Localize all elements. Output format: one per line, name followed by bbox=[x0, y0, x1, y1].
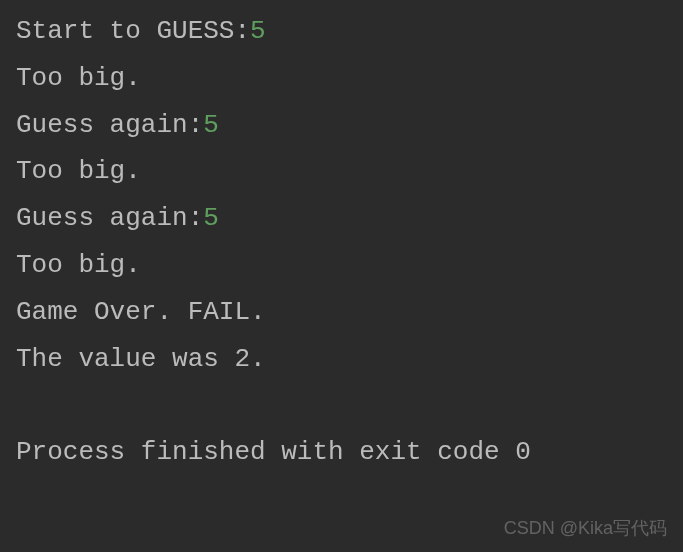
terminal-line: Too big. bbox=[16, 148, 667, 195]
watermark: CSDN @Kika写代码 bbox=[504, 512, 667, 544]
blank-line bbox=[16, 382, 667, 429]
prompt-text: Start to GUESS: bbox=[16, 16, 250, 46]
exit-line: Process finished with exit code 0 bbox=[16, 429, 667, 476]
output-text: Too big. bbox=[16, 63, 141, 93]
terminal-line: Start to GUESS:5 bbox=[16, 8, 667, 55]
output-text: Too big. bbox=[16, 250, 141, 280]
user-input: 5 bbox=[203, 203, 219, 233]
prompt-text: Guess again: bbox=[16, 203, 203, 233]
output-text: Game Over. FAIL. bbox=[16, 297, 266, 327]
user-input: 5 bbox=[250, 16, 266, 46]
output-text: The value was 2. bbox=[16, 344, 266, 374]
user-input: 5 bbox=[203, 110, 219, 140]
output-text: Too big. bbox=[16, 156, 141, 186]
terminal-output: Start to GUESS:5 Too big. Guess again:5 … bbox=[16, 8, 667, 476]
terminal-line: Game Over. FAIL. bbox=[16, 289, 667, 336]
prompt-text: Guess again: bbox=[16, 110, 203, 140]
exit-text: Process finished with exit code 0 bbox=[16, 437, 531, 467]
terminal-line: Guess again:5 bbox=[16, 195, 667, 242]
terminal-line: Guess again:5 bbox=[16, 102, 667, 149]
terminal-line: Too big. bbox=[16, 242, 667, 289]
terminal-line: Too big. bbox=[16, 55, 667, 102]
terminal-line: The value was 2. bbox=[16, 336, 667, 383]
